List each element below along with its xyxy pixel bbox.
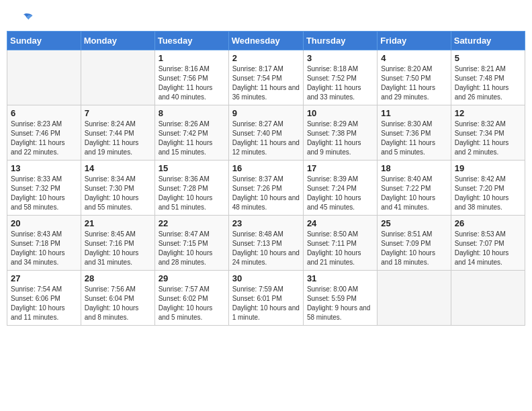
calendar-cell: 6Sunrise: 8:23 AM Sunset: 7:46 PM Daylig…	[7, 105, 81, 161]
day-number: 16	[232, 163, 300, 173]
calendar-cell: 27Sunrise: 7:54 AM Sunset: 6:06 PM Dayli…	[7, 271, 81, 326]
calendar-cell: 7Sunrise: 8:24 AM Sunset: 7:44 PM Daylig…	[81, 105, 154, 161]
calendar-cell: 15Sunrise: 8:36 AM Sunset: 7:28 PM Dayli…	[154, 161, 228, 216]
day-number: 6	[11, 108, 77, 118]
day-info: Sunrise: 8:51 AM Sunset: 7:09 PM Dayligh…	[381, 230, 447, 267]
day-number: 13	[11, 163, 77, 173]
day-info: Sunrise: 8:27 AM Sunset: 7:40 PM Dayligh…	[232, 120, 300, 157]
day-info: Sunrise: 7:56 AM Sunset: 6:04 PM Dayligh…	[85, 285, 151, 322]
calendar-cell: 9Sunrise: 8:27 AM Sunset: 7:40 PM Daylig…	[228, 105, 303, 161]
day-number: 14	[85, 163, 151, 173]
day-info: Sunrise: 8:16 AM Sunset: 7:56 PM Dayligh…	[159, 64, 225, 102]
day-number: 23	[232, 218, 300, 228]
day-number: 31	[307, 273, 373, 283]
day-header-wednesday: Wednesday	[228, 32, 303, 50]
day-header-thursday: Thursday	[303, 32, 377, 50]
day-info: Sunrise: 8:29 AM Sunset: 7:38 PM Dayligh…	[307, 120, 373, 157]
day-number: 22	[159, 218, 225, 228]
day-number: 5	[455, 53, 521, 63]
day-number: 20	[11, 218, 77, 228]
calendar-cell: 2Sunrise: 8:17 AM Sunset: 7:54 PM Daylig…	[228, 50, 303, 105]
day-info: Sunrise: 8:34 AM Sunset: 7:30 PM Dayligh…	[85, 175, 151, 212]
calendar-cell	[451, 271, 525, 326]
day-number: 27	[11, 273, 77, 283]
day-number: 19	[455, 163, 521, 173]
day-header-tuesday: Tuesday	[154, 32, 228, 50]
calendar-cell: 25Sunrise: 8:51 AM Sunset: 7:09 PM Dayli…	[378, 216, 451, 271]
calendar-cell: 18Sunrise: 8:40 AM Sunset: 7:22 PM Dayli…	[378, 161, 451, 216]
day-header-saturday: Saturday	[451, 32, 525, 50]
day-info: Sunrise: 8:53 AM Sunset: 7:07 PM Dayligh…	[455, 230, 521, 267]
calendar-cell: 19Sunrise: 8:42 AM Sunset: 7:20 PM Dayli…	[451, 161, 525, 216]
logo-icon	[13, 12, 34, 24]
day-number: 15	[159, 163, 225, 173]
day-number: 30	[232, 273, 300, 283]
calendar-cell: 13Sunrise: 8:33 AM Sunset: 7:32 PM Dayli…	[7, 161, 81, 216]
day-header-friday: Friday	[378, 32, 451, 50]
calendar-cell: 16Sunrise: 8:37 AM Sunset: 7:26 PM Dayli…	[228, 161, 303, 216]
calendar-cell: 4Sunrise: 8:20 AM Sunset: 7:50 PM Daylig…	[378, 50, 451, 105]
calendar-cell: 30Sunrise: 7:59 AM Sunset: 6:01 PM Dayli…	[228, 271, 303, 326]
day-number: 17	[307, 163, 373, 173]
day-header-sunday: Sunday	[7, 32, 81, 50]
calendar-cell: 28Sunrise: 7:56 AM Sunset: 6:04 PM Dayli…	[81, 271, 154, 326]
calendar-cell: 14Sunrise: 8:34 AM Sunset: 7:30 PM Dayli…	[81, 161, 154, 216]
day-info: Sunrise: 8:17 AM Sunset: 7:54 PM Dayligh…	[232, 64, 300, 102]
calendar-cell: 26Sunrise: 8:53 AM Sunset: 7:07 PM Dayli…	[451, 216, 525, 271]
day-info: Sunrise: 8:48 AM Sunset: 7:13 PM Dayligh…	[232, 230, 300, 267]
day-info: Sunrise: 7:54 AM Sunset: 6:06 PM Dayligh…	[11, 285, 77, 322]
calendar-cell: 31Sunrise: 8:00 AM Sunset: 5:59 PM Dayli…	[303, 271, 377, 326]
day-info: Sunrise: 8:21 AM Sunset: 7:48 PM Dayligh…	[455, 64, 521, 102]
day-info: Sunrise: 8:26 AM Sunset: 7:42 PM Dayligh…	[159, 120, 225, 157]
calendar-week-row: 13Sunrise: 8:33 AM Sunset: 7:32 PM Dayli…	[7, 161, 525, 216]
logo	[13, 12, 36, 24]
calendar-cell: 10Sunrise: 8:29 AM Sunset: 7:38 PM Dayli…	[303, 105, 377, 161]
calendar-cell: 11Sunrise: 8:30 AM Sunset: 7:36 PM Dayli…	[378, 105, 451, 161]
calendar-cell: 20Sunrise: 8:43 AM Sunset: 7:18 PM Dayli…	[7, 216, 81, 271]
calendar-header-row: SundayMondayTuesdayWednesdayThursdayFrid…	[7, 32, 525, 50]
day-number: 21	[85, 218, 151, 228]
day-number: 29	[159, 273, 225, 283]
day-number: 25	[381, 218, 447, 228]
day-header-monday: Monday	[81, 32, 154, 50]
calendar-cell	[81, 50, 154, 105]
day-number: 26	[455, 218, 521, 228]
day-info: Sunrise: 8:20 AM Sunset: 7:50 PM Dayligh…	[381, 64, 447, 102]
day-number: 4	[381, 53, 447, 63]
day-info: Sunrise: 8:45 AM Sunset: 7:16 PM Dayligh…	[85, 230, 151, 267]
day-number: 24	[307, 218, 373, 228]
calendar-week-row: 27Sunrise: 7:54 AM Sunset: 6:06 PM Dayli…	[7, 271, 525, 326]
day-number: 9	[232, 108, 300, 118]
day-info: Sunrise: 8:32 AM Sunset: 7:34 PM Dayligh…	[455, 120, 521, 157]
calendar-table: SundayMondayTuesdayWednesdayThursdayFrid…	[7, 31, 525, 326]
day-info: Sunrise: 8:37 AM Sunset: 7:26 PM Dayligh…	[232, 175, 300, 212]
calendar-cell: 17Sunrise: 8:39 AM Sunset: 7:24 PM Dayli…	[303, 161, 377, 216]
calendar-cell: 21Sunrise: 8:45 AM Sunset: 7:16 PM Dayli…	[81, 216, 154, 271]
calendar-week-row: 6Sunrise: 8:23 AM Sunset: 7:46 PM Daylig…	[7, 105, 525, 161]
day-info: Sunrise: 7:59 AM Sunset: 6:01 PM Dayligh…	[232, 285, 300, 322]
day-info: Sunrise: 8:00 AM Sunset: 5:59 PM Dayligh…	[307, 285, 373, 322]
calendar-cell: 5Sunrise: 8:21 AM Sunset: 7:48 PM Daylig…	[451, 50, 525, 105]
calendar-cell: 24Sunrise: 8:50 AM Sunset: 7:11 PM Dayli…	[303, 216, 377, 271]
day-number: 11	[381, 108, 447, 118]
day-info: Sunrise: 8:39 AM Sunset: 7:24 PM Dayligh…	[307, 175, 373, 212]
day-info: Sunrise: 8:24 AM Sunset: 7:44 PM Dayligh…	[85, 120, 151, 157]
day-info: Sunrise: 8:40 AM Sunset: 7:22 PM Dayligh…	[381, 175, 447, 212]
day-info: Sunrise: 8:42 AM Sunset: 7:20 PM Dayligh…	[455, 175, 521, 212]
page-header	[7, 7, 525, 27]
day-number: 10	[307, 108, 373, 118]
day-number: 1	[159, 53, 225, 63]
day-number: 18	[381, 163, 447, 173]
day-info: Sunrise: 8:18 AM Sunset: 7:52 PM Dayligh…	[307, 64, 373, 102]
day-number: 2	[232, 53, 300, 63]
day-number: 7	[85, 108, 151, 118]
calendar-cell	[378, 271, 451, 326]
day-info: Sunrise: 8:47 AM Sunset: 7:15 PM Dayligh…	[159, 230, 225, 267]
day-info: Sunrise: 8:50 AM Sunset: 7:11 PM Dayligh…	[307, 230, 373, 267]
calendar-cell	[7, 50, 81, 105]
day-info: Sunrise: 8:30 AM Sunset: 7:36 PM Dayligh…	[381, 120, 447, 157]
calendar-cell: 8Sunrise: 8:26 AM Sunset: 7:42 PM Daylig…	[154, 105, 228, 161]
calendar-cell: 23Sunrise: 8:48 AM Sunset: 7:13 PM Dayli…	[228, 216, 303, 271]
day-info: Sunrise: 8:23 AM Sunset: 7:46 PM Dayligh…	[11, 120, 77, 157]
calendar-cell: 1Sunrise: 8:16 AM Sunset: 7:56 PM Daylig…	[154, 50, 228, 105]
